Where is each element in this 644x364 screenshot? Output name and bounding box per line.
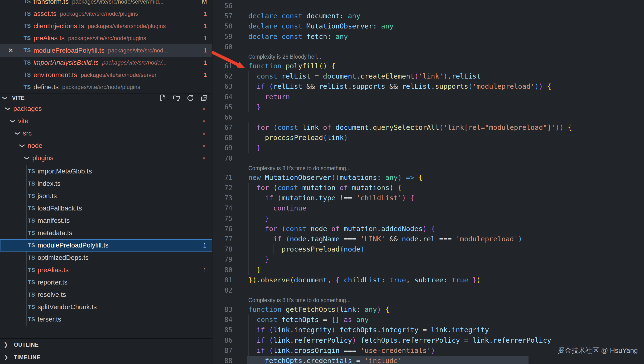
problem-badge: 1 [204, 35, 207, 42]
line-number: 78 [212, 244, 233, 254]
tree-file-row[interactable]: TSpreAlias.ts1 [0, 264, 212, 276]
code-line[interactable]: 56 [212, 1, 644, 11]
code-line[interactable]: 57declare const document: any [212, 11, 644, 21]
code-line[interactable]: 71new MutationObserver((mutations: any) … [212, 172, 644, 183]
problem-badge: 1 [204, 59, 207, 66]
code-line[interactable]: 65 } [212, 102, 644, 112]
tree-file-row[interactable]: TSmetadata.ts [0, 227, 212, 239]
code-text: }).observe(document, { childList: true, … [248, 275, 481, 285]
code-text: if (node.tagName === 'LINK' && node.rel … [248, 234, 522, 244]
code-line[interactable]: 66 [212, 112, 644, 122]
codelens-link[interactable]: Complexity is 26 Bloody hell... [248, 52, 644, 61]
code-text: declare const document: any [248, 11, 360, 21]
line-number: 68 [212, 133, 233, 143]
line-number: 67 [212, 122, 233, 133]
dirty-dot-icon: ● [202, 118, 205, 124]
ts-icon: TS [28, 193, 35, 199]
codelens-link[interactable]: Complexity is 8 It's time to do somethin… [248, 296, 644, 304]
code-line[interactable]: 72 for (const mutation of mutations) { [212, 183, 644, 193]
code-line[interactable]: 75 } [212, 214, 644, 224]
tree-file-row[interactable]: TSloadFallback.ts [0, 202, 212, 214]
code-editor[interactable]: 5657declare const document: any58declare… [212, 0, 644, 364]
code-line[interactable]: 69 } [212, 143, 644, 153]
code-text: fetchOpts.credentials = 'include' [248, 356, 402, 364]
open-editor-row[interactable]: TSdefine.tspackages/vite/src/node/plugin… [0, 81, 212, 94]
file-name: splitVendorChunk.ts [38, 303, 97, 311]
code-text: if (link.crossOrigin === 'use-credential… [248, 346, 435, 356]
code-line[interactable]: 88 fetchOpts.credentials = 'include' [212, 356, 644, 364]
open-editor-row[interactable]: TStransform.tspackages/vite/src/node/ser… [0, 0, 212, 8]
code-line[interactable]: 78 processPreload(node) [212, 244, 644, 254]
open-editor-row[interactable]: TSclientInjections.tspackages/vite/src/n… [0, 20, 212, 32]
code-line[interactable]: 62 const relList = document.createElemen… [212, 71, 644, 82]
tree-file-row[interactable]: TSterser.ts [0, 313, 212, 326]
code-line[interactable]: 77 if (node.tagName === 'LINK' && node.r… [212, 234, 644, 244]
code-line[interactable]: 81}).observe(document, { childList: true… [212, 275, 644, 285]
code-line[interactable]: 68 processPreload(link) [212, 133, 644, 143]
code-line[interactable]: 60 [212, 42, 644, 52]
section-timeline[interactable]: ❯TIMELINE [0, 351, 212, 364]
tree-folder-plugins[interactable]: ❯plugins● [0, 152, 212, 164]
tree-file-row[interactable]: TSmanifest.ts [0, 214, 212, 227]
line-number: 88 [212, 356, 233, 364]
open-editor-row[interactable]: TSenvironment.tspackages/vite/src/node/s… [0, 69, 212, 81]
file-name: optimizedDeps.ts [38, 254, 89, 262]
code-line[interactable]: 84 const fetchOpts = {} as any [212, 315, 644, 325]
line-number: 56 [212, 1, 233, 11]
code-line[interactable]: 80 } [212, 265, 644, 275]
code-line[interactable]: 82 [212, 285, 644, 296]
code-line[interactable]: 85 if (link.integrity) fetchOpts.integri… [212, 325, 644, 335]
code-line[interactable]: 79 } [212, 254, 644, 264]
open-editor-row[interactable]: TSasset.tspackages/vite/src/node/plugins… [0, 8, 212, 20]
new-file-icon[interactable] [159, 94, 167, 102]
open-editor-path: packages/vite/src/node/plugins [62, 84, 140, 90]
code-line[interactable]: 73 if (mutation.type !== 'childList') { [212, 193, 644, 203]
open-editor-row[interactable]: ✕TSmodulePreloadPolyfill.tspackages/vite… [0, 44, 212, 57]
code-line[interactable]: 58declare const MutationObserver: any [212, 21, 644, 31]
tree-file-row[interactable]: TSoptimizedDeps.ts [0, 252, 212, 264]
tree-folder-vite[interactable]: ❯vite● [0, 115, 212, 127]
code-text: } [248, 265, 261, 275]
code-text: } [248, 102, 261, 112]
collapse-all-icon[interactable] [200, 94, 208, 102]
code-line[interactable]: 74 continue [212, 203, 644, 213]
line-number: 69 [212, 143, 233, 153]
tree-file-row[interactable]: TSreporter.ts [0, 276, 212, 288]
code-text: declare const MutationObserver: any [248, 21, 393, 31]
open-editor-row[interactable]: TSpreAlias.tspackages/vite/src/node/plug… [0, 32, 212, 44]
open-editor-path: packages/vite/src/node/server/mid... [72, 0, 163, 5]
open-editor-path: packages/vite/src/node/plugins [88, 23, 166, 30]
code-text: processPreload(node) [248, 244, 364, 254]
explorer-section-header[interactable]: ❯ VITE [0, 93, 212, 102]
line-number: 79 [212, 254, 233, 264]
line-number: 83 [212, 304, 233, 315]
code-line[interactable]: 63 if (relList && relList.supports && re… [212, 82, 644, 92]
code-line[interactable]: 76 for (const node of mutation.addedNode… [212, 224, 644, 234]
tree-file-row[interactable]: TSindex.ts [0, 178, 212, 190]
new-folder-icon[interactable] [173, 94, 180, 102]
tree-file-row[interactable]: TSmodulePreloadPolyfill.ts1 [0, 239, 212, 252]
chevron-down-icon: ❯ [2, 96, 8, 100]
tree-folder-src[interactable]: ❯src● [0, 127, 212, 140]
code-line[interactable]: 64 return [212, 92, 644, 102]
tree-file-row[interactable]: TSjson.ts [0, 190, 212, 202]
tree-file-row[interactable]: TSsplitVendorChunk.ts [0, 301, 212, 313]
codelens-link[interactable]: Complexity is 8 It's time to do somethin… [248, 164, 644, 172]
tree-folder-node[interactable]: ❯node● [0, 140, 212, 152]
code-line[interactable]: 61function polyfill() { [212, 61, 644, 71]
section-outline[interactable]: ❯OUTLINE [0, 338, 212, 351]
code-line[interactable]: 67 for (const link of document.querySele… [212, 122, 644, 133]
code-line[interactable]: 70 [212, 153, 644, 164]
code-line[interactable]: 86 if (link.referrerPolicy) fetchOpts.re… [212, 335, 644, 346]
tree-file-row[interactable]: TSimportMetaGlob.ts [0, 165, 212, 178]
open-editor-row[interactable]: TSimportAnalysisBuild.tspackages/vite/sr… [0, 57, 212, 69]
close-icon[interactable]: ✕ [8, 47, 14, 54]
tree-folder-packages[interactable]: ❯packages● [0, 102, 212, 115]
problem-badge: 1 [204, 22, 207, 30]
line-number: 87 [212, 346, 233, 356]
tree-file-row[interactable]: TSresolve.ts [0, 288, 212, 301]
code-line[interactable]: 83function getFetchOpts(link: any) { [212, 304, 644, 315]
code-line[interactable]: 59declare const fetch: any [212, 32, 644, 42]
tree-file-list: TSimportMetaGlob.tsTSindex.tsTSjson.tsTS… [0, 165, 212, 326]
refresh-icon[interactable] [186, 94, 194, 102]
